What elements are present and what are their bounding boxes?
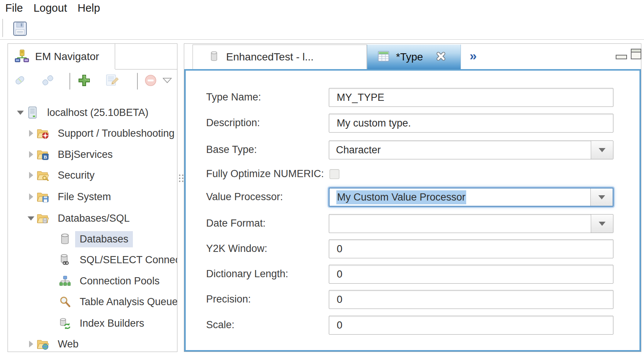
tab-em-navigator[interactable]: EM Navigator	[8, 44, 115, 69]
type-editor-form: Type Name:Description:Base Type:Characte…	[184, 69, 641, 352]
tree-item-index-builders[interactable]: Index Builders	[8, 313, 177, 333]
tree-item-sql-select-connection[interactable]: SQL/SELECT Connection	[8, 250, 177, 270]
database-refresh-icon	[58, 318, 72, 329]
chevron-down-icon	[599, 148, 605, 152]
menu-help[interactable]: Help	[77, 2, 100, 14]
tree-item-connection-pools[interactable]: Connection Pools	[8, 271, 177, 291]
dictionary-length-input[interactable]	[329, 265, 613, 284]
tree-item-databases-sql[interactable]: Databases/SQL	[8, 208, 177, 228]
maximize-button[interactable]	[631, 49, 641, 59]
scale-input[interactable]	[329, 316, 613, 335]
floppy-disk-icon	[13, 31, 27, 37]
tree-item-label: File System	[53, 189, 116, 205]
tree-item-file-system[interactable]: File System	[8, 187, 177, 207]
tree-item-label: Connection Pools	[75, 273, 164, 289]
tree-item-label: SQL/SELECT Connection	[75, 252, 177, 268]
description-input[interactable]	[329, 114, 613, 133]
y2k-window-input[interactable]	[329, 239, 613, 258]
tree-item-support-troubleshooting[interactable]: Support / Troubleshooting	[8, 123, 177, 144]
base-type-dropdown-button[interactable]	[591, 141, 613, 159]
date-format-combo[interactable]	[329, 214, 613, 233]
view-menu-icon	[163, 78, 172, 85]
date-format-value	[329, 215, 591, 233]
navigator-title: EM Navigator	[35, 51, 99, 63]
value-processor-combo[interactable]: My Custom Value Processor	[329, 188, 613, 207]
view-menu-button[interactable]	[160, 74, 174, 89]
tab-enhancedtest[interactable]: EnhancedTest - l...	[193, 45, 367, 69]
expand-arrow-icon[interactable]	[26, 172, 36, 179]
toolbar-separator	[69, 73, 70, 90]
disconnect-icon	[40, 74, 55, 89]
menu-logout[interactable]: Logout	[34, 2, 67, 14]
folder-security-icon	[36, 170, 50, 181]
tab-label: *Type	[396, 51, 423, 63]
tree-item-web[interactable]: Web	[8, 334, 177, 352]
remove-button[interactable]	[143, 74, 158, 89]
folder-database-icon	[36, 213, 50, 224]
disconnect-button[interactable]	[40, 74, 55, 89]
menu-bar: File Logout Help	[5, 0, 100, 16]
type-name-input[interactable]	[329, 88, 613, 107]
y2k-window-label: Y2K Window:	[206, 243, 331, 255]
tree-item-label: localhost (25.10BETA)	[43, 105, 153, 121]
tree-item-label: Table Analysis Queue	[75, 294, 177, 310]
chevron-down-icon	[599, 222, 605, 226]
expand-arrow-icon[interactable]	[26, 193, 36, 200]
connect-icon	[12, 74, 28, 89]
folder-support-icon	[36, 128, 50, 139]
base-type-combo[interactable]: Character	[329, 140, 613, 159]
toolbar-grip[interactable]	[2, 19, 3, 37]
tree-item-localhost-25-10beta[interactable]: localhost (25.10BETA)	[8, 102, 177, 123]
toolbar-divider	[0, 39, 644, 40]
table-icon	[378, 51, 389, 63]
editor-area: EnhancedTest - l... *Type » Type Name:De…	[184, 43, 641, 352]
save-button[interactable]	[13, 21, 27, 36]
close-icon[interactable]	[436, 51, 446, 63]
scale-label: Scale:	[206, 319, 331, 331]
tree-item-bbjservices[interactable]: B BBjServices	[8, 144, 177, 165]
tree-item-label: Web	[53, 336, 83, 352]
edit-button[interactable]	[105, 74, 120, 89]
svg-text:B: B	[44, 154, 47, 160]
fully-optimize-numeric-checkbox[interactable]	[330, 169, 339, 179]
add-button[interactable]	[77, 74, 92, 89]
tree-item-label: Security	[53, 167, 99, 184]
value-processor-value: My Custom Value Processor	[330, 188, 590, 206]
remove-icon	[144, 74, 157, 88]
toolbar-separator	[137, 73, 138, 90]
precision-input[interactable]	[329, 290, 613, 309]
folder-filesystem-icon	[36, 191, 50, 202]
edit-icon	[105, 74, 119, 88]
expand-arrow-icon[interactable]	[26, 130, 36, 137]
tab-type[interactable]: *Type	[367, 45, 461, 69]
collapse-arrow-icon[interactable]	[15, 111, 25, 115]
expand-arrow-icon[interactable]	[26, 341, 36, 347]
base-type-value: Character	[329, 141, 591, 159]
collapse-arrow-icon[interactable]	[26, 216, 36, 221]
dictionary-length-label: Dictionary Length:	[206, 268, 331, 280]
tree-item-label: Index Builders	[75, 315, 149, 332]
folder-web-icon	[36, 338, 50, 350]
tab-overflow-chevron[interactable]: »	[470, 48, 477, 63]
fully-optimize-numeric-label: Fully Optimize NUMERIC:	[206, 168, 331, 180]
tree-item-label: BBjServices	[53, 147, 117, 163]
description-label: Description:	[206, 117, 331, 129]
database-icon	[58, 233, 72, 245]
tree-item-databases[interactable]: Databases	[8, 229, 177, 249]
menu-file[interactable]: File	[5, 2, 23, 14]
minimize-button[interactable]	[616, 55, 627, 59]
date-format-dropdown-button[interactable]	[591, 215, 613, 233]
expand-arrow-icon[interactable]	[26, 151, 36, 158]
value-processor-label: Value Processor:	[206, 191, 331, 203]
tree-item-security[interactable]: Security	[8, 165, 177, 185]
connection-pools-icon	[58, 275, 72, 287]
database-icon	[210, 51, 219, 63]
server-icon	[25, 106, 40, 119]
panel-sash[interactable]	[179, 174, 183, 182]
tree-item-table-analysis-queue[interactable]: Table Analysis Queue	[8, 292, 177, 312]
database-link-icon	[58, 254, 72, 265]
editor-tab-strip: EnhancedTest - l... *Type »	[184, 44, 641, 69]
connect-button[interactable]	[12, 74, 28, 89]
magnifier-icon	[58, 296, 72, 307]
value-processor-dropdown-button[interactable]	[590, 188, 613, 206]
